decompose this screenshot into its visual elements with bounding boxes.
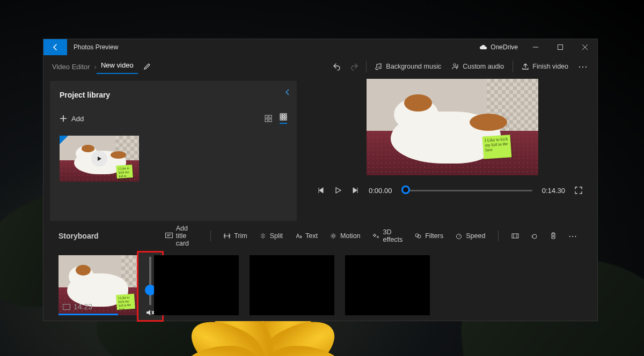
storyboard-clip-2[interactable] [154,255,239,315]
grid-small-button[interactable] [280,113,287,124]
motion-button[interactable]: Motion [325,228,365,243]
scrubber-thumb[interactable] [401,186,410,194]
custom-audio-label: Custom audio [463,63,504,70]
grid-large-button[interactable] [265,115,272,122]
prev-frame-button[interactable] [317,187,325,194]
filters-icon [414,233,422,239]
clip-duration: 14.23 [63,302,92,311]
clip-progress [58,314,118,315]
play-button[interactable] [334,187,342,194]
music-icon [375,63,383,70]
svg-rect-13 [283,118,284,120]
svg-rect-3 [269,115,272,118]
storyboard-toolbar: Storyboard Add title card Trim Split Tex… [58,228,582,243]
main-area: Project library Add [43,78,597,221]
trim-button[interactable]: Trim [219,228,252,243]
clip-icon [63,304,70,310]
svg-rect-4 [265,119,268,122]
rename-button[interactable] [143,63,151,70]
finish-video-label: Finish video [532,63,568,70]
svg-rect-2 [265,115,268,118]
cloud-icon [479,44,487,50]
svg-point-16 [332,235,334,237]
svg-rect-5 [269,119,272,122]
transport-controls: 0:00.00 0:14.30 [308,184,597,197]
finish-video-button[interactable]: Finish video [516,55,574,78]
split-icon [259,233,267,239]
title-card-icon [165,233,173,239]
toolbar: Video Editor › New video Background musi… [43,55,597,78]
total-time: 0:14.30 [542,187,565,195]
export-icon [522,63,529,70]
fullscreen-button[interactable] [575,187,582,194]
maximize-button[interactable] [548,39,573,55]
add-media-button[interactable]: Add [60,115,84,123]
play-overlay-icon [91,151,107,167]
preview-panel: I Like to kick my kid in the face 0:00.0… [308,78,597,221]
selected-corner-icon [60,136,68,144]
onedrive-status[interactable]: OneDrive [479,43,518,51]
speed-icon [455,233,463,239]
svg-rect-7 [283,114,284,115]
library-clip-thumbnail[interactable]: I Like to kick my kid in the face [60,136,139,182]
speed-button[interactable]: Speed [451,228,489,243]
rotate-button[interactable] [526,228,543,243]
storyboard-clip-1[interactable]: I Like to kick my kid in the face 14.23 [58,255,143,315]
svg-rect-0 [558,45,563,50]
volume-slider[interactable] [149,257,151,305]
storyboard-clip-4[interactable] [345,255,430,315]
3d-effects-button[interactable]: 3D effects [368,228,407,243]
close-button[interactable] [573,39,597,55]
delete-button[interactable] [546,228,561,243]
svg-rect-8 [285,114,287,115]
svg-point-1 [453,64,456,66]
scrubber[interactable] [401,184,532,197]
text-button[interactable]: Text [290,228,322,243]
storyboard-clips: I Like to kick my kid in the face 14.23 [58,255,582,315]
title-bar: Photos Preview OneDrive [43,39,597,55]
breadcrumb-current[interactable]: New video [97,59,138,74]
collapse-library-button[interactable] [285,88,290,96]
library-title: Project library [60,91,287,99]
current-time: 0:00.00 [369,187,392,195]
add-label: Add [71,115,84,123]
undo-button[interactable] [328,55,346,78]
more-button[interactable]: ⋯ [574,55,593,78]
trim-icon [223,233,231,239]
svg-rect-10 [283,116,284,118]
view-toggle [265,113,287,124]
aspect-ratio-button[interactable] [507,228,523,243]
app-title: Photos Preview [74,43,118,51]
filters-button[interactable]: Filters [410,228,448,243]
minimize-button[interactable] [523,39,548,55]
redo-button[interactable] [346,55,363,78]
background-music-button[interactable]: Background music [370,55,447,78]
breadcrumb-root[interactable]: Video Editor [48,63,94,71]
plus-icon [60,115,67,122]
add-title-card-button[interactable]: Add title card [161,228,202,243]
custom-audio-button[interactable]: Custom audio [447,55,509,78]
text-icon [295,233,302,239]
svg-rect-14 [285,118,287,120]
back-button[interactable] [43,39,67,55]
cloud-label: OneDrive [491,43,518,51]
storyboard-more-button[interactable]: ⋯ [564,228,582,243]
split-button[interactable]: Split [255,228,287,243]
next-frame-button[interactable] [352,187,359,194]
person-audio-icon [452,63,459,70]
svg-rect-21 [63,304,70,309]
motion-icon [330,233,337,239]
app-window: Photos Preview OneDrive Video Editor › N… [43,39,598,321]
project-library-panel: Project library Add [50,81,297,221]
svg-rect-12 [280,118,282,120]
storyboard-clip-3[interactable] [250,255,334,315]
storyboard-panel: Storyboard Add title card Trim Split Tex… [43,221,597,321]
svg-rect-6 [280,114,282,115]
video-preview[interactable]: I Like to kick my kid in the face [367,79,538,175]
svg-rect-11 [285,116,287,118]
svg-rect-9 [280,116,282,118]
svg-rect-20 [512,234,518,238]
window-controls [523,39,597,55]
sparkle-icon [372,233,380,239]
background-music-label: Background music [386,63,441,70]
